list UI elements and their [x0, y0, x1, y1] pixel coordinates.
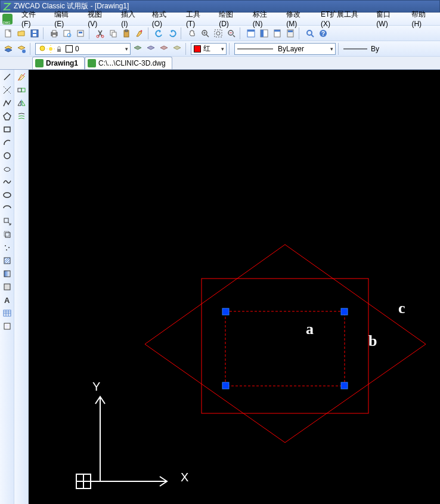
separator — [30, 43, 33, 55]
make-block-button[interactable] — [1, 228, 13, 240]
cut-button[interactable] — [94, 27, 106, 39]
offset-button[interactable] — [16, 110, 27, 122]
svg-rect-88 — [341, 382, 348, 389]
layer-previous-button[interactable] — [132, 43, 144, 55]
menu-et[interactable]: ET扩展工具(X) — [315, 8, 371, 30]
draw-toolbar: A — [0, 70, 14, 504]
gradient-button[interactable] — [1, 268, 13, 280]
pan-button[interactable] — [186, 27, 198, 39]
menu-bar: 文件(F) 编辑(E) 视图(V) 插入(I) 格式(O) 工具(T) 绘图(D… — [0, 13, 440, 26]
svg-rect-30 — [274, 30, 280, 32]
undo-button[interactable] — [153, 27, 165, 39]
svg-rect-44 — [57, 49, 61, 52]
arc-button[interactable] — [1, 137, 13, 149]
construction-line-button[interactable] — [1, 84, 13, 96]
linetype-dropdown[interactable]: ByLayer — [234, 43, 336, 55]
svg-rect-6 — [52, 35, 56, 37]
separator — [299, 27, 302, 39]
menu-insert[interactable]: 插入(I) — [116, 8, 147, 30]
menu-window[interactable]: 窗口(W) — [371, 8, 406, 30]
tab-clinic3d[interactable]: C:\...\CLINIC-3D.dwg — [85, 57, 172, 69]
text-button[interactable]: A — [1, 294, 13, 306]
circle-button[interactable] — [1, 150, 13, 162]
tool-palette-button[interactable] — [271, 27, 283, 39]
menu-view[interactable]: 视图(V) — [82, 8, 116, 30]
svg-rect-10 — [79, 32, 82, 33]
redo-button[interactable] — [166, 27, 178, 39]
insert-block-button[interactable] — [1, 215, 13, 227]
axis-y-label: Y — [92, 380, 100, 394]
separator — [338, 43, 341, 55]
menu-draw[interactable]: 绘图(D) — [213, 8, 247, 30]
zoom-button[interactable] — [304, 27, 316, 39]
publish-button[interactable] — [75, 27, 86, 39]
tab-label: C:\...\CLINIC-3D.dwg — [98, 59, 166, 67]
menu-tools[interactable]: 工具(T) — [181, 8, 213, 30]
menu-edit[interactable]: 编辑(E) — [49, 8, 82, 30]
zoom-window-button[interactable] — [212, 27, 224, 39]
layer-manager-button[interactable] — [2, 43, 14, 55]
layer-dropdown[interactable]: 0 — [35, 43, 131, 55]
revision-cloud-button[interactable] — [1, 163, 13, 175]
ellipse-arc-button[interactable] — [1, 202, 13, 214]
layer-freeze-button[interactable] — [145, 43, 157, 55]
menu-format[interactable]: 格式(O) — [147, 8, 181, 30]
mirror-button[interactable] — [16, 97, 27, 109]
tab-drawing1[interactable]: Drawing1 — [32, 57, 85, 69]
svg-point-58 — [8, 247, 10, 248]
match-button[interactable] — [134, 27, 145, 39]
new-button[interactable] — [2, 27, 14, 39]
layer-off-button[interactable] — [158, 43, 170, 55]
svg-rect-66 — [4, 271, 10, 277]
svg-rect-82 — [202, 279, 368, 413]
svg-line-19 — [206, 35, 209, 37]
rectangle-button[interactable] — [1, 123, 13, 135]
svg-rect-54 — [4, 218, 8, 222]
menu-help[interactable]: 帮助(H) — [406, 8, 440, 30]
ellipse-button[interactable] — [1, 189, 13, 201]
menu-modify[interactable]: 修改(M) — [281, 8, 315, 30]
line-button[interactable] — [1, 71, 13, 83]
menu-file[interactable]: 文件(F) — [16, 8, 49, 30]
svg-rect-51 — [4, 127, 10, 132]
point-button[interactable] — [1, 242, 13, 253]
svg-marker-80 — [22, 101, 25, 106]
print-preview-button[interactable] — [61, 27, 73, 39]
zoom-previous-button[interactable] — [225, 27, 237, 39]
svg-marker-79 — [18, 101, 21, 106]
calc-button[interactable] — [284, 27, 296, 39]
layer-states-button[interactable] — [16, 43, 27, 55]
svg-rect-28 — [261, 30, 264, 37]
paste-button[interactable] — [120, 27, 132, 39]
polygon-button[interactable] — [1, 110, 13, 122]
polyline-button[interactable] — [1, 97, 13, 109]
drawing-canvas[interactable]: a b c X Y — [29, 70, 440, 504]
svg-rect-55 — [5, 233, 10, 237]
svg-text:?: ? — [321, 30, 325, 37]
copy-button[interactable] — [107, 27, 119, 39]
help-button[interactable]: ? — [317, 27, 329, 39]
svg-point-37 — [22, 50, 26, 53]
zoom-realtime-button[interactable] — [199, 27, 211, 39]
erase-button[interactable] — [16, 71, 27, 83]
linetype-label: ByLayer — [278, 45, 304, 53]
color-dropdown[interactable]: 红 — [191, 43, 227, 55]
svg-rect-22 — [215, 30, 222, 37]
table-button[interactable] — [1, 307, 13, 319]
print-button[interactable] — [48, 27, 60, 39]
spline-button[interactable] — [1, 176, 13, 188]
save-button[interactable] — [29, 27, 41, 39]
axis-x-label: X — [181, 471, 188, 484]
layer-lock-button[interactable] — [171, 43, 183, 55]
hatch-button[interactable] — [1, 255, 13, 267]
copy-modify-button[interactable] — [16, 84, 27, 96]
design-center-button[interactable] — [258, 27, 270, 39]
app-menu-icon[interactable] — [2, 14, 13, 24]
region-button[interactable] — [1, 281, 13, 293]
menu-annotate[interactable]: 标注(N) — [247, 8, 281, 30]
wipeout-button[interactable] — [1, 320, 13, 332]
workspace: A — [0, 70, 440, 504]
svg-rect-77 — [18, 88, 21, 92]
properties-button[interactable] — [245, 27, 257, 39]
open-button[interactable] — [16, 27, 27, 39]
